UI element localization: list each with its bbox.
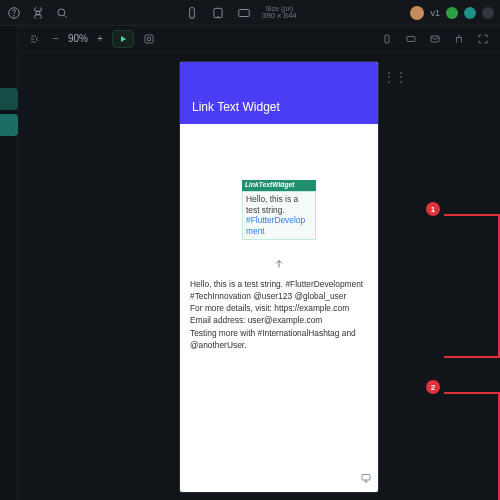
annotation-badge[interactable]: 1 xyxy=(426,202,440,216)
left-rail-tab[interactable] xyxy=(0,114,18,136)
device-tablet-icon[interactable] xyxy=(210,5,226,21)
annotation-badge[interactable]: 2 xyxy=(426,380,440,394)
command-icon[interactable] xyxy=(30,5,46,21)
canvas-toolbar: − 90% + xyxy=(18,26,500,52)
svg-point-1 xyxy=(14,15,15,16)
svg-rect-8 xyxy=(407,36,415,41)
widget-hashtag-link[interactable]: #FlutterDevelopment xyxy=(246,215,305,236)
widget-header: LinkTextWidget xyxy=(242,180,316,191)
app-bar: Link Text Widget xyxy=(180,62,378,124)
canvas-area[interactable]: Link Text Widget LinkTextWidget Hello, t… xyxy=(18,52,500,500)
help-icon[interactable] xyxy=(6,5,22,21)
top-toolbar: Size (px) 390 x 844 v1 xyxy=(0,0,500,26)
left-rail-tab[interactable] xyxy=(0,88,18,110)
zoom-out-button[interactable]: − xyxy=(50,33,62,44)
avatar[interactable] xyxy=(410,6,424,20)
widget-plain-text: Hello, this is a test string. xyxy=(246,194,298,215)
widget-content: Hello, this is a test string. #FlutterDe… xyxy=(242,191,316,240)
phone-preview-icon[interactable] xyxy=(378,30,396,48)
arrow-up-icon xyxy=(190,258,368,270)
paragraph-text: Hello, this is a test string. #FlutterDe… xyxy=(190,278,368,351)
svg-rect-6 xyxy=(145,35,153,43)
phone-body: LinkTextWidget Hello, this is a test str… xyxy=(180,124,378,361)
left-rail xyxy=(0,0,18,500)
app-bar-title: Link Text Widget xyxy=(192,100,280,114)
svg-point-2 xyxy=(58,8,65,15)
link-text-widget[interactable]: LinkTextWidget Hello, this is a test str… xyxy=(242,180,316,240)
svg-rect-5 xyxy=(238,9,249,16)
annotation-box[interactable] xyxy=(444,392,500,500)
card-icon[interactable] xyxy=(402,30,420,48)
zoom-control[interactable]: − 90% + xyxy=(50,33,106,44)
zoom-in-button[interactable]: + xyxy=(94,33,106,44)
search-icon[interactable] xyxy=(54,5,70,21)
play-button[interactable] xyxy=(112,30,134,48)
device-preview: Link Text Widget LinkTextWidget Hello, t… xyxy=(180,62,378,492)
tree-icon[interactable] xyxy=(450,30,468,48)
version-label: v1 xyxy=(430,8,440,18)
indent-icon[interactable] xyxy=(26,30,44,48)
presence-dot[interactable] xyxy=(464,7,476,19)
device-wide-icon[interactable] xyxy=(236,5,252,21)
svg-rect-9 xyxy=(431,36,439,42)
svg-rect-10 xyxy=(362,475,370,481)
zoom-value: 90% xyxy=(68,33,88,44)
svg-rect-7 xyxy=(385,35,389,43)
device-phone-icon[interactable] xyxy=(184,5,200,21)
expand-icon[interactable] xyxy=(474,30,492,48)
presence-dot[interactable] xyxy=(446,7,458,19)
settings-icon[interactable] xyxy=(140,30,158,48)
drag-handle-icon[interactable]: ⋮⋮ xyxy=(383,70,407,84)
annotation-box[interactable] xyxy=(444,214,500,358)
presence-dot[interactable] xyxy=(482,7,494,19)
mail-icon[interactable] xyxy=(426,30,444,48)
canvas-size-label: Size (px) 390 x 844 xyxy=(262,5,297,20)
device-desktop-icon[interactable] xyxy=(360,472,372,486)
